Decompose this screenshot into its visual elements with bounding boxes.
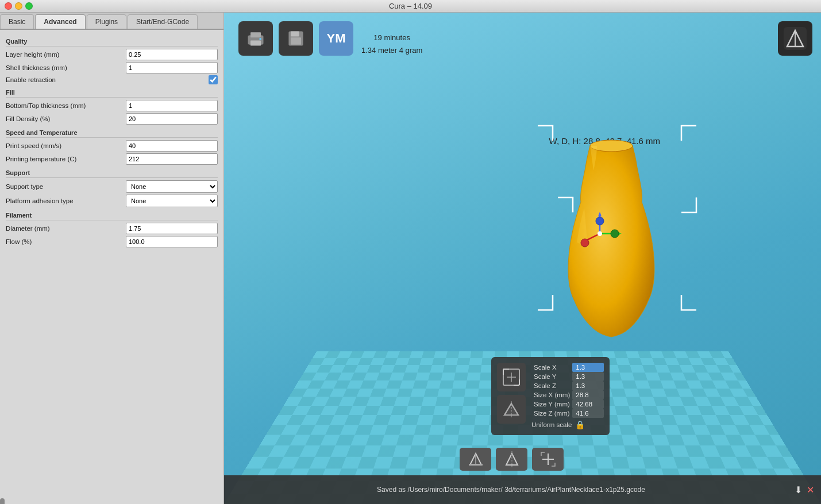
size-y-row: Size Y (mm) 42.68 xyxy=(531,400,604,409)
size-y-value[interactable]: 42.68 xyxy=(572,400,604,409)
selection-handle-tl xyxy=(680,125,697,144)
bottom-load-button[interactable] xyxy=(460,448,491,471)
bottom-rotate-button[interactable] xyxy=(496,448,527,471)
viewport-toolbar: YM 19 minutes 1.34 meter 4 gram xyxy=(238,21,422,56)
tab-bar: Basic Advanced Plugins Start/End-GCode xyxy=(0,13,223,30)
field-layer-height: Layer height (mm) xyxy=(6,49,218,60)
svg-point-17 xyxy=(598,231,602,236)
section-filament-header: Filament xyxy=(6,212,218,220)
label-shell-thickness: Shell thickness (mm) xyxy=(6,64,126,71)
size-x-row: Size X (mm) 28.8 xyxy=(531,390,604,400)
save-button[interactable] xyxy=(279,21,313,56)
left-panel: Basic Advanced Plugins Start/End-GCode Q… xyxy=(0,13,224,504)
section-speed-header: Speed and Temperature xyxy=(6,129,218,138)
transform-widget[interactable] xyxy=(577,211,623,258)
selection-handle-mr xyxy=(680,196,697,215)
input-diameter[interactable] xyxy=(126,223,218,234)
scale-y-value[interactable]: 1.3 xyxy=(572,372,604,381)
field-support-type: Support type None Touching buildplate Ev… xyxy=(6,180,218,193)
section-quality-header: Quality xyxy=(6,38,218,46)
close-button[interactable] xyxy=(5,2,12,10)
cura-logo-button[interactable] xyxy=(778,21,812,56)
selection-handle-bl xyxy=(537,294,554,313)
scale-z-row: Scale Z 1.3 xyxy=(531,381,604,390)
scrollbar-thumb xyxy=(0,498,5,504)
section-support-header: Support xyxy=(6,169,218,178)
minimize-button[interactable] xyxy=(15,2,22,10)
scale-resize-icon[interactable] xyxy=(497,363,526,391)
scale-mirror-icon[interactable] xyxy=(497,395,526,424)
scale-values-table: Scale X 1.3 Scale Y 1.3 Scale Z 1.3 Size… xyxy=(531,363,604,429)
material-usage: 1.34 meter 4 gram xyxy=(361,45,422,56)
checkbox-enable-retraction[interactable] xyxy=(209,75,218,84)
ym-button[interactable]: YM xyxy=(319,21,353,56)
label-printing-temp: Printing temperature (C) xyxy=(6,156,126,162)
svg-rect-1 xyxy=(250,32,261,37)
field-diameter: Diameter (mm) xyxy=(6,223,218,234)
label-layer-height: Layer height (mm) xyxy=(6,51,126,58)
print-time: 19 minutes xyxy=(361,33,422,43)
label-bottom-top-thickness: Bottom/Top thickness (mm) xyxy=(6,102,126,109)
section-fill-header: Fill xyxy=(6,89,218,98)
viewport[interactable]: YM 19 minutes 1.34 meter 4 gram W, D, H:… xyxy=(224,13,821,504)
label-flow: Flow (%) xyxy=(6,238,126,245)
input-bottom-top-thickness[interactable] xyxy=(126,100,218,111)
select-support-type[interactable]: None Touching buildplate Everywhere xyxy=(126,180,218,193)
scale-y-label: Scale Y xyxy=(531,372,572,381)
scale-x-label: Scale X xyxy=(531,363,572,372)
field-enable-retraction: Enable retraction xyxy=(6,75,218,84)
status-text: Saved as /Users/miro/Documents/maker/ 3d… xyxy=(231,486,791,494)
field-flow: Flow (%) xyxy=(6,236,218,247)
window-controls[interactable] xyxy=(5,2,33,10)
svg-marker-12 xyxy=(598,212,602,216)
size-x-value[interactable]: 28.8 xyxy=(572,390,604,400)
field-shell-thickness: Shell thickness (mm) xyxy=(6,62,218,73)
svg-rect-5 xyxy=(291,31,299,36)
size-y-label: Size Y (mm) xyxy=(531,400,572,409)
input-fill-density[interactable] xyxy=(126,113,218,125)
input-print-speed[interactable] xyxy=(126,140,218,152)
download-icon[interactable]: ⬇ xyxy=(795,484,802,495)
field-bottom-top-thickness: Bottom/Top thickness (mm) xyxy=(6,100,218,111)
svg-point-18 xyxy=(596,217,604,225)
label-enable-retraction: Enable retraction xyxy=(6,76,209,83)
titlebar: Cura – 14.09 xyxy=(0,0,821,13)
field-print-speed: Print speed (mm/s) xyxy=(6,140,218,152)
lock-icon[interactable]: 🔒 xyxy=(575,420,585,429)
settings-panel: Quality Layer height (mm) Shell thicknes… xyxy=(0,30,223,493)
input-shell-thickness[interactable] xyxy=(126,62,218,73)
svg-rect-2 xyxy=(250,41,261,46)
maximize-button[interactable] xyxy=(25,2,33,10)
scale-y-row: Scale Y 1.3 xyxy=(531,372,604,381)
tab-advanced[interactable]: Advanced xyxy=(35,14,85,29)
selection-handle-br xyxy=(680,294,697,313)
input-printing-temp[interactable] xyxy=(126,153,218,165)
print-button[interactable] xyxy=(238,21,273,56)
svg-rect-30 xyxy=(469,464,483,466)
main-layout: Basic Advanced Plugins Start/End-GCode Q… xyxy=(0,13,821,504)
field-printing-temp: Printing temperature (C) xyxy=(6,153,218,165)
bottom-scale-button[interactable] xyxy=(532,448,564,471)
svg-rect-6 xyxy=(291,37,301,45)
window-title: Cura – 14.09 xyxy=(389,2,432,10)
selection-handle-ml xyxy=(557,196,574,215)
close-status-icon[interactable]: ✕ xyxy=(807,484,814,495)
label-platform-adhesion: Platform adhesion type xyxy=(6,197,126,204)
label-print-speed: Print speed (mm/s) xyxy=(6,142,126,149)
tab-start-end-gcode[interactable]: Start/End-GCode xyxy=(128,14,198,29)
tab-basic[interactable]: Basic xyxy=(0,14,34,29)
scale-z-label: Scale Z xyxy=(531,381,572,390)
input-flow[interactable] xyxy=(126,236,218,247)
scale-panel: Scale X 1.3 Scale Y 1.3 Scale Z 1.3 Size… xyxy=(491,357,610,435)
selection-handle-tr xyxy=(537,125,554,144)
input-layer-height[interactable] xyxy=(126,49,218,60)
size-z-value[interactable]: 41.6 xyxy=(572,409,604,418)
field-platform-adhesion: Platform adhesion type None Brim Raft xyxy=(6,195,218,207)
scale-x-value[interactable]: 1.3 xyxy=(572,363,604,372)
scale-x-row: Scale X 1.3 xyxy=(531,363,604,372)
label-support-type: Support type xyxy=(6,183,126,190)
scale-z-value[interactable]: 1.3 xyxy=(572,381,604,390)
select-platform-adhesion[interactable]: None Brim Raft xyxy=(126,195,218,207)
tab-plugins[interactable]: Plugins xyxy=(87,14,126,29)
field-fill-density: Fill Density (%) xyxy=(6,113,218,125)
